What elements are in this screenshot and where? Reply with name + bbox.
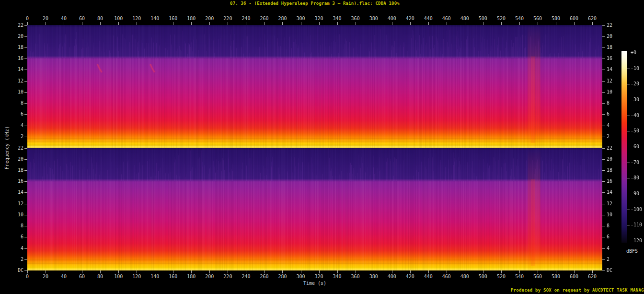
freq-tick-label: 20	[607, 34, 623, 39]
time-tick-label: 360	[347, 16, 364, 22]
time-tick-label: 60	[73, 274, 91, 280]
freq-tick-mark	[602, 126, 605, 126]
freq-tick-mark	[24, 92, 27, 93]
freq-tick-label: 12	[9, 78, 23, 84]
freq-tick-mark	[24, 159, 27, 160]
freq-tick-label: 6	[607, 111, 623, 117]
freq-tick-mark	[602, 92, 605, 93]
time-tick-mark	[392, 270, 392, 273]
db-tick-label: -40	[631, 113, 644, 118]
freq-tick-label: 4	[607, 246, 623, 251]
freq-tick-mark	[602, 81, 605, 82]
time-tick-mark	[410, 270, 411, 273]
time-tick-label: 340	[329, 274, 346, 280]
time-tick-label: 180	[183, 16, 200, 22]
db-tick-mark	[627, 194, 630, 194]
time-tick-label: 480	[456, 16, 473, 22]
freq-tick-label: 10	[607, 89, 623, 95]
time-tick-mark	[301, 270, 301, 273]
db-tick-label: -50	[631, 128, 644, 134]
db-tick-label: -20	[631, 81, 644, 87]
time-tick-mark	[137, 22, 137, 25]
freq-tick-label: 6	[9, 234, 23, 240]
freq-tick-mark	[24, 126, 27, 126]
freq-tick-label: 10	[9, 89, 23, 95]
freq-tick-mark	[24, 114, 27, 115]
time-tick-mark	[82, 270, 82, 273]
time-tick-mark	[100, 270, 101, 273]
freq-tick-mark	[24, 192, 27, 193]
db-tick-mark	[627, 178, 630, 178]
db-tick-mark	[627, 163, 630, 163]
time-tick-label: 500	[474, 16, 492, 22]
freq-tick-mark	[24, 237, 27, 237]
time-tick-label: 520	[493, 16, 510, 22]
db-tick-mark	[627, 131, 630, 131]
time-tick-mark	[483, 270, 483, 273]
sox-spectrogram-window: 07. 36 - (Extended Hypersleep Program 3 …	[0, 0, 644, 294]
time-tick-mark	[483, 22, 483, 25]
time-tick-label: 520	[493, 274, 510, 280]
time-tick-label: 120	[128, 16, 145, 22]
time-tick-mark	[447, 270, 447, 273]
freq-tick-label: 22	[607, 23, 623, 28]
time-tick-mark	[556, 270, 556, 273]
time-tick-mark	[191, 270, 192, 273]
time-tick-mark	[337, 270, 338, 273]
time-tick-mark	[592, 22, 593, 25]
time-tick-mark	[447, 22, 447, 25]
time-tick-mark	[337, 22, 338, 25]
time-tick-mark	[501, 22, 502, 25]
time-tick-mark	[301, 22, 301, 25]
time-tick-label: 620	[584, 274, 601, 280]
time-tick-mark	[264, 270, 264, 273]
time-tick-label: 580	[547, 16, 564, 22]
db-tick-mark	[627, 225, 630, 225]
time-tick-label: 440	[420, 16, 437, 22]
time-tick-mark	[574, 270, 575, 273]
freq-tick-mark	[24, 259, 27, 260]
freq-tick-mark	[24, 270, 27, 271]
freq-tick-label: 20	[607, 156, 623, 162]
freq-tick-label: DC	[9, 268, 23, 273]
time-tick-label: 460	[438, 274, 455, 280]
time-tick-label: 280	[274, 274, 291, 280]
time-tick-mark	[538, 270, 538, 273]
time-tick-mark	[173, 270, 173, 273]
db-tick-label: -10	[631, 66, 644, 71]
time-tick-mark	[428, 270, 429, 273]
time-tick-label: 400	[383, 16, 401, 22]
time-tick-mark	[538, 22, 538, 25]
time-tick-mark	[209, 270, 210, 273]
time-tick-mark	[374, 22, 374, 25]
time-tick-label: 200	[201, 16, 218, 22]
db-tick-label: -90	[631, 191, 644, 197]
time-tick-label: 320	[310, 274, 328, 280]
freq-tick-label: 8	[9, 100, 23, 106]
time-tick-mark	[356, 22, 356, 25]
freq-tick-mark	[24, 59, 27, 59]
freq-tick-label: 14	[607, 67, 623, 72]
time-tick-label: 140	[146, 16, 163, 22]
time-tick-label: 20	[37, 16, 54, 22]
time-tick-mark	[46, 22, 46, 25]
freq-tick-mark	[24, 204, 27, 204]
time-tick-label: 500	[474, 274, 492, 280]
freq-tick-mark	[602, 159, 605, 160]
freq-tick-mark	[24, 47, 27, 48]
time-tick-label: 200	[201, 274, 218, 280]
freq-tick-mark	[602, 237, 605, 237]
freq-tick-label: 14	[9, 189, 23, 195]
time-tick-label: 300	[292, 274, 310, 280]
time-tick-mark	[64, 22, 64, 25]
time-tick-mark	[319, 22, 320, 25]
db-tick-label: -70	[631, 160, 644, 165]
spectrogram-channel-1	[27, 25, 602, 148]
db-tick-mark	[627, 100, 630, 100]
time-tick-label: 540	[511, 16, 528, 22]
freq-tick-label: 16	[9, 178, 23, 184]
freq-tick-label: 10	[607, 212, 623, 218]
time-tick-mark	[155, 22, 155, 25]
freq-tick-label: 16	[607, 56, 623, 61]
freq-tick-label: 10	[9, 212, 23, 218]
